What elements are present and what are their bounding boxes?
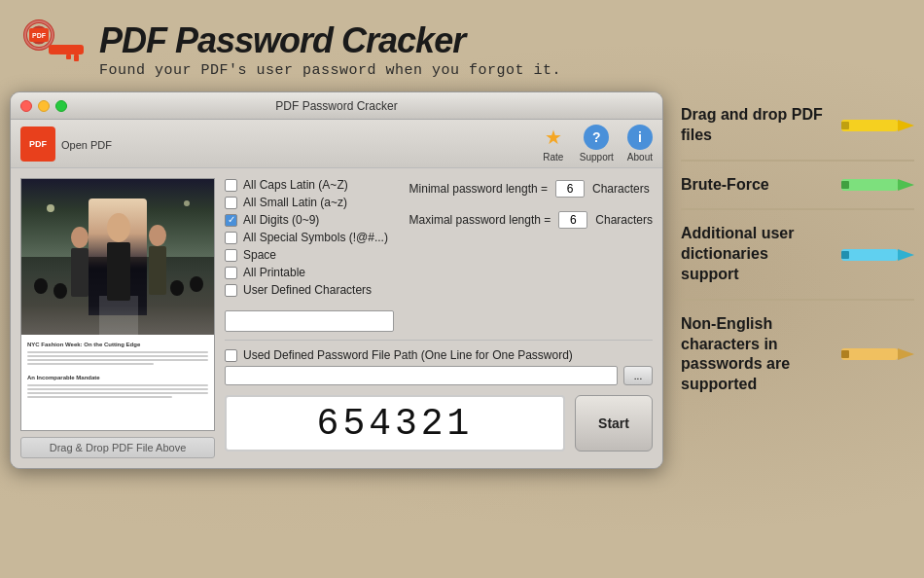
annotation-text-1: Drag and drop PDF files [681,105,830,146]
max-length-input[interactable] [558,211,587,229]
divider [225,340,653,341]
checkbox-group: All Caps Latin (A~Z) All Small Latin (a~… [225,178,394,297]
svg-point-19 [190,276,203,292]
annotation-non-english: Non-English characters in passwords are … [681,301,914,409]
svg-rect-24 [841,122,849,129]
options-panel: All Caps Latin (A~Z) All Small Latin (a~… [225,178,653,458]
traffic-lights [20,100,67,112]
svg-rect-28 [841,249,898,261]
checkbox-small-latin[interactable]: All Small Latin (a~z) [225,196,394,209]
annotation-brute-force: Brute-Force [681,162,914,211]
svg-rect-3 [74,54,79,61]
file-path-input-row: ... [225,366,653,385]
space-box[interactable] [225,249,237,262]
svg-point-12 [71,227,89,248]
checkbox-digits[interactable]: All Digits (0~9) [225,213,394,227]
pdf-text-line-8 [27,396,172,398]
pdf-image-top [21,179,214,335]
max-length-row: Maximal password length = Characters [409,211,653,229]
options-top-row: All Caps Latin (A~Z) All Small Latin (a~… [225,178,653,332]
close-button[interactable] [20,100,32,112]
svg-point-17 [53,283,67,299]
toolbar: PDF Open PDF ★ Rate ? Support i About [11,120,662,168]
svg-rect-13 [71,248,89,297]
checkbox-printable[interactable]: All Printable [225,266,394,279]
printable-box[interactable] [225,267,237,279]
pdf-article-title: NYC Fashion Week: On the Cutting Edge [27,341,208,348]
min-length-unit: Characters [592,182,650,196]
checkbox-user-defined[interactable]: User Defined Characters [225,283,394,297]
space-label: Space [243,248,276,262]
user-defined-label: User Defined Characters [243,283,372,297]
pdf-preview[interactable]: NYC Fashion Week: On the Cutting Edge An… [20,178,215,431]
svg-rect-33 [841,350,849,358]
maximize-button[interactable] [55,100,67,112]
pdf-text-line-2 [27,355,208,357]
app-window: PDF Password Cracker PDF Open PDF ★ Rate… [10,91,663,469]
svg-rect-9 [99,296,138,335]
file-path-checkbox-row: Used Defined Password File Path (One Lin… [225,348,653,362]
about-button[interactable]: i About [627,125,653,163]
small-latin-label: All Small Latin (a~z) [243,196,347,209]
pencil-yellow-icon [841,116,914,135]
svg-point-20 [47,204,54,212]
support-label: Support [580,152,614,163]
checkbox-special[interactable]: All Special Symbols (!@#...) [225,231,394,244]
special-box[interactable] [225,232,237,244]
svg-marker-26 [898,179,914,191]
small-latin-box[interactable] [225,197,237,209]
svg-rect-15 [149,246,166,295]
svg-marker-23 [898,120,914,131]
min-length-input[interactable] [555,180,585,198]
toolbar-right: ★ Rate ? Support i About [541,125,653,163]
file-path-label: Used Defined Password File Path (One Lin… [243,348,573,362]
support-icon: ? [584,125,609,150]
side-annotations: Drag and drop PDF files Brute-Force Addi… [663,91,914,469]
svg-point-10 [107,213,130,242]
min-length-row: Minimal password length = Characters [409,180,653,198]
user-defined-chars-input[interactable] [225,310,394,332]
about-label: About [627,152,653,163]
minimize-button[interactable] [38,100,50,112]
svg-point-21 [184,200,190,206]
title-bar: PDF Password Cracker [11,92,662,120]
caps-latin-box[interactable] [225,179,237,192]
header-text: PDF Password Cracker Found your PDF's us… [99,23,561,79]
pdf-icon: PDF [20,126,55,162]
app-header: PDF PDF Password Cracker Found your PDF'… [0,0,924,91]
file-path-input[interactable] [225,366,618,385]
caps-latin-label: All Caps Latin (A~Z) [243,178,348,192]
svg-marker-29 [898,249,914,261]
digits-box[interactable] [225,214,237,227]
max-length-unit: Characters [595,213,653,227]
min-length-label: Minimal password length = [409,182,548,196]
pencil-green-icon [841,175,914,195]
pdf-preview-panel: NYC Fashion Week: On the Cutting Edge An… [20,178,215,458]
pdf-drop-label[interactable]: Drag & Drop PDF File Above [20,437,215,458]
window-title: PDF Password Cracker [275,99,397,113]
pdf-text-line-1 [27,351,208,353]
checkbox-caps-latin[interactable]: All Caps Latin (A~Z) [225,178,394,192]
svg-rect-11 [107,242,130,301]
file-path-checkbox[interactable] [225,349,237,362]
digits-label: All Digits (0~9) [243,213,319,227]
app-subtitle: Found your PDF's user password when you … [99,62,561,79]
svg-text:PDF: PDF [32,32,47,39]
svg-point-16 [34,278,48,294]
user-defined-box[interactable] [225,284,237,297]
pencil-orange-icon [841,344,914,364]
max-length-label: Maximal password length = [409,213,551,227]
checkbox-space[interactable]: Space [225,248,394,262]
support-button[interactable]: ? Support [580,125,614,163]
rate-button[interactable]: ★ Rate [541,125,566,163]
browse-button[interactable]: ... [623,366,653,385]
start-button[interactable]: Start [575,395,653,452]
svg-rect-31 [841,348,898,360]
pdf-text-line-7 [27,392,208,394]
pdf-text-line-4 [27,363,154,365]
annotation-drag-drop: Drag and drop PDF files [681,91,914,162]
open-pdf-label[interactable]: Open PDF [61,139,112,151]
password-display: 654321 [225,395,565,452]
printable-label: All Printable [243,266,305,279]
svg-point-14 [149,225,166,246]
